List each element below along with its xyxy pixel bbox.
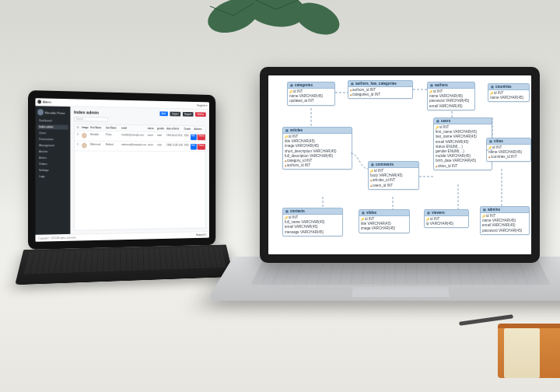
topbar-lang[interactable]: English ▾	[197, 103, 207, 107]
erd-table-users[interactable]: usersid INTfirst_name VARCHAR(45)last_na…	[433, 117, 492, 170]
cell-created: 2023	[183, 133, 191, 142]
erd-table-comments[interactable]: commentsid INTbody VARCHAR(45)articles_i…	[368, 161, 419, 190]
export-button[interactable]: Export	[183, 112, 194, 117]
col-first-name: first Name	[89, 124, 104, 131]
import-button[interactable]: Import	[170, 112, 180, 117]
erd-table-countries[interactable]: countriesid INTname VARCHAR(45)	[488, 83, 530, 102]
cell-dob: 1988-11-03 14:40	[165, 142, 182, 152]
avatar-icon	[82, 143, 86, 149]
erd-table-body: id INTname VARCHAR(45)email VARCHAR(45)p…	[481, 213, 529, 234]
sidebar: Renaldo Perez Dashboard Index admin User…	[35, 106, 70, 235]
sidebar-profile[interactable]: Renaldo Perez	[37, 109, 68, 116]
admin-app: Admin English ▾ Renaldo Perez Dashboard …	[35, 98, 208, 242]
tablet-device: Admin English ▾ Renaldo Perez Dashboard …	[28, 90, 215, 250]
data-table: ☐ Image first Name last Name email statu…	[74, 124, 206, 231]
erd-field: authors_id INT	[285, 163, 350, 168]
erd-field: ip VARCHAR(45)	[426, 222, 467, 226]
erd-field: image VARCHAR(45)	[361, 226, 408, 231]
cell-status: active	[146, 142, 156, 151]
cell-email: mahmoud@example.com	[120, 142, 146, 151]
erd-table-header[interactable]: viewers	[425, 210, 468, 216]
col-email: email	[120, 125, 146, 131]
erd-table-body: id INTfull_name VARCHAR(45)email VARCHAR…	[283, 215, 342, 236]
erd-table-body: id INTname VARCHAR(45)password VARCHAR(4…	[428, 89, 474, 110]
erd-canvas[interactable]: categoriesid INTname VARCHAR(45)updated_…	[268, 75, 531, 254]
erd-table-admins[interactable]: adminsid INTname VARCHAR(45)email VARCHA…	[480, 206, 530, 235]
cell-first-name: Mahmoud	[89, 142, 104, 151]
col-gender: gender	[156, 125, 165, 131]
erd-field: name VARCHAR(45)	[490, 96, 527, 100]
main-panel: Index admin Add Import Export Delete Sea…	[70, 107, 208, 234]
sidebar-item-dashboard[interactable]: Dashboard	[37, 118, 68, 124]
erd-table-body: id INTtitle VARCHAR(45)image VARCHAR(45)…	[283, 134, 352, 169]
erd-table-header[interactable]: comments	[369, 162, 418, 168]
erd-table-body: authors_id INTcategories_id INT	[348, 87, 412, 98]
sidebar-item-index-admin[interactable]: Index admin	[37, 124, 68, 129]
footer-version: Version 2.1	[196, 233, 207, 236]
erd-table-body: id INTtitle VARCHAR(45)image VARCHAR(45)	[359, 216, 409, 233]
search-input[interactable]: Search…	[74, 117, 108, 122]
col-dob: date of birth	[165, 126, 182, 132]
erd-field: email VARCHAR(45)	[429, 104, 473, 109]
sidebar-item-logs[interactable]: Logs	[37, 174, 68, 179]
col-status: status	[146, 125, 156, 131]
table-row[interactable]: ☐ Mahmoud Bekheit mahmoud@example.com ac…	[75, 142, 205, 152]
col-last-name: last Name	[104, 124, 120, 131]
erd-table-header[interactable]: slides	[359, 210, 409, 216]
sidebar-item-settings[interactable]: Settings	[37, 168, 68, 173]
laptop-base	[207, 257, 560, 301]
avatar-icon	[82, 133, 86, 138]
cell-dob: 1991-04-12 09:12	[165, 132, 182, 142]
erd-table-header[interactable]: cities	[487, 138, 530, 145]
cell-last-name: Bekheit	[104, 142, 120, 151]
erd-table-header[interactable]: categories	[288, 82, 334, 89]
brand-name: Admin	[43, 100, 51, 103]
erd-table-categories[interactable]: categoriesid INTname VARCHAR(45)updated_…	[287, 82, 335, 106]
erd-table-slides[interactable]: slidesid INTtitle VARCHAR(45)image VARCH…	[359, 209, 410, 233]
erd-table-body: id INTname VARCHAR(45)countries_id INT	[487, 145, 530, 161]
col-checkbox[interactable]: ☐	[75, 124, 80, 131]
sidebar-item-actors[interactable]: Actors	[37, 156, 68, 160]
erd-table-header[interactable]: contacts	[283, 208, 342, 215]
decor-notebook	[498, 324, 560, 378]
row-delete-button[interactable]: Delete	[197, 144, 205, 150]
erd-table-authors[interactable]: authorsid INTname VARCHAR(45)password VA…	[427, 82, 475, 110]
erd-field: password VARCHAR(45)	[482, 229, 527, 233]
erd-table-header[interactable]: authors_has_categories	[348, 81, 412, 87]
erd-table-cities[interactable]: citiesid INTname VARCHAR(45)countries_id…	[486, 138, 531, 162]
erd-table-body: id INTip VARCHAR(45)	[425, 216, 468, 227]
erd-table-header[interactable]: users	[434, 118, 492, 124]
delete-button[interactable]: Delete	[195, 112, 206, 117]
row-checkbox[interactable]: ☐	[75, 131, 80, 141]
col-actions: Actions	[191, 126, 205, 132]
erd-table-contacts[interactable]: contactsid INTfull_name VARCHAR(45)email…	[282, 208, 343, 236]
edit-button[interactable]: Edit	[191, 144, 196, 150]
sidebar-item-users[interactable]: Users	[37, 131, 68, 135]
sidebar-item-permissions[interactable]: Permissions	[37, 137, 68, 142]
tablet-keyboard	[15, 244, 233, 285]
erd-table-header[interactable]: countries	[488, 84, 529, 90]
erd-table-header[interactable]: admins	[481, 207, 529, 213]
row-checkbox[interactable]: ☐	[75, 142, 80, 151]
erd-table-articles[interactable]: articlesid INTtitle VARCHAR(45)image VAR…	[282, 127, 352, 170]
sidebar-item-articles[interactable]: Articles	[37, 149, 68, 154]
sidebar-item-management[interactable]: Management	[37, 143, 68, 148]
erd-table-body: id INTname VARCHAR(45)updated_at INT	[288, 89, 334, 105]
col-created: Created	[183, 126, 191, 132]
cell-created: 2023	[183, 142, 191, 151]
cell-email: renaldo@example.com	[120, 131, 146, 141]
cell-last-name: Perez	[104, 131, 120, 141]
erd-field: countries_id INT	[488, 155, 529, 159]
erd-table-header[interactable]: articles	[283, 128, 352, 134]
sidebar-item-orders[interactable]: Orders	[37, 162, 68, 166]
cell-status: active	[146, 132, 156, 142]
row-delete-button[interactable]: Delete	[197, 135, 205, 141]
erd-field: users_id INT	[370, 184, 417, 188]
add-button[interactable]: Add	[159, 111, 168, 116]
decor-plant	[202, 0, 342, 62]
edit-button[interactable]: Edit	[191, 135, 196, 141]
erd-table-header[interactable]: authors	[428, 82, 474, 89]
page-title: Index admin	[74, 110, 99, 114]
erd-table-authors_has_categories[interactable]: authors_has_categoriesauthors_id INTcate…	[348, 80, 413, 99]
erd-table-viewers[interactable]: viewersid INTip VARCHAR(45)	[424, 209, 469, 228]
